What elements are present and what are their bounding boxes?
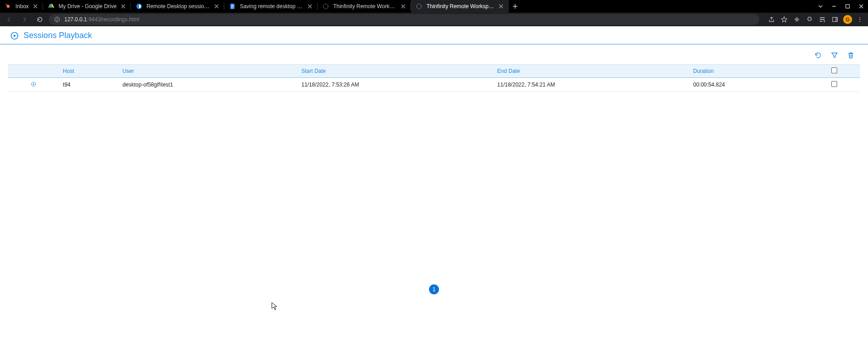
- minimize-button[interactable]: [827, 0, 841, 13]
- svg-marker-22: [14, 34, 16, 37]
- extension-diamond-icon[interactable]: [791, 14, 803, 25]
- svg-point-13: [57, 18, 57, 19]
- svg-rect-17: [835, 17, 838, 21]
- table-header-row: Host User Start Date End Date Duration: [8, 65, 860, 78]
- close-icon[interactable]: [400, 3, 406, 10]
- sessions-table: Host User Start Date End Date Duration t…: [8, 64, 860, 92]
- new-tab-button[interactable]: [509, 0, 521, 13]
- svg-marker-24: [33, 83, 35, 86]
- page-title: Sessions Playback: [24, 31, 92, 40]
- delete-button[interactable]: [846, 51, 855, 60]
- svg-rect-6: [231, 5, 234, 5]
- tab-drive[interactable]: My Drive - Google Drive: [43, 0, 131, 13]
- svg-point-19: [859, 19, 860, 20]
- extensions-icon[interactable]: [804, 14, 815, 25]
- play-circle-icon: [10, 31, 19, 40]
- close-icon[interactable]: [307, 3, 313, 10]
- chevron-down-icon[interactable]: [814, 0, 827, 13]
- hubspot-icon: [5, 3, 12, 10]
- tab-thinfinity-active[interactable]: Thinfinity Remote Workspace - S: [411, 0, 509, 13]
- tab-docs[interactable]: Saving remote desktop sessions: [224, 0, 318, 13]
- svg-rect-8: [231, 8, 233, 8]
- cell-play[interactable]: [8, 78, 59, 92]
- filter-button[interactable]: [830, 51, 839, 60]
- col-start[interactable]: Start Date: [298, 65, 493, 78]
- tab-title: My Drive - Google Drive: [58, 3, 116, 10]
- google-drive-icon: [48, 3, 55, 10]
- svg-rect-7: [231, 6, 234, 7]
- close-window-button[interactable]: [854, 0, 868, 13]
- refresh-button[interactable]: [814, 51, 823, 60]
- tab-title: Inbox: [15, 3, 29, 10]
- col-play[interactable]: [8, 65, 59, 78]
- window-controls: [814, 0, 868, 13]
- cell-user: desktop-of58glf\test1: [119, 78, 298, 92]
- tab-title: Saving remote desktop sessions: [240, 3, 303, 10]
- thinfinity-icon: [135, 3, 143, 10]
- address-bar[interactable]: 127.0.0.1:9443/recordings.html: [49, 14, 759, 25]
- col-select-all[interactable]: [809, 65, 860, 78]
- menu-kebab-icon[interactable]: [854, 14, 865, 25]
- toolbar: 127.0.0.1:9443/recordings.html G: [0, 13, 868, 26]
- profile-avatar[interactable]: G: [842, 14, 854, 25]
- close-icon[interactable]: [120, 3, 126, 10]
- google-docs-icon: [229, 3, 236, 10]
- cell-end: 11/18/2022, 7:54:21 AM: [494, 78, 690, 92]
- browser-chrome: Inbox My Drive - Google Drive Remote Des…: [0, 0, 868, 26]
- info-icon[interactable]: [53, 16, 61, 23]
- url-text: 127.0.0.1:9443/recordings.html: [64, 16, 139, 23]
- maximize-button[interactable]: [841, 0, 854, 13]
- url-host: 127.0.0.1: [64, 16, 87, 23]
- reading-list-icon[interactable]: [816, 14, 828, 25]
- svg-rect-15: [794, 17, 799, 22]
- svg-point-10: [417, 4, 422, 9]
- tab-title: Thinfinity Remote Workspace - S: [426, 3, 494, 10]
- svg-rect-14: [57, 19, 57, 21]
- svg-point-9: [323, 4, 328, 9]
- cell-duration: 00:00:54.824: [690, 78, 809, 92]
- page: Sessions Playback Host User Start Date E…: [0, 26, 868, 346]
- select-all-checkbox[interactable]: [831, 67, 837, 73]
- col-host[interactable]: Host: [59, 65, 119, 78]
- url-path: :9443/recordings.html: [87, 16, 139, 23]
- tab-thinfinity[interactable]: Thinfinity Remote Workspace: [318, 0, 411, 13]
- tab-rdp-recording[interactable]: Remote Desktop session recordin: [131, 0, 224, 13]
- close-icon[interactable]: [213, 3, 220, 10]
- col-user[interactable]: User: [119, 65, 298, 78]
- side-panel-icon[interactable]: [829, 14, 841, 25]
- col-end[interactable]: End Date: [494, 65, 690, 78]
- reload-button[interactable]: [34, 13, 46, 26]
- table-row[interactable]: t94 desktop-of58glf\test1 11/18/2022, 7:…: [8, 78, 860, 92]
- tab-title: Thinfinity Remote Workspace: [333, 3, 396, 10]
- back-button[interactable]: [3, 13, 15, 26]
- page-header: Sessions Playback: [0, 26, 868, 44]
- svg-point-20: [859, 21, 860, 22]
- tab-title: Remote Desktop session recordin: [146, 3, 210, 10]
- mouse-cursor-icon: [271, 302, 278, 312]
- play-icon[interactable]: [30, 81, 37, 88]
- action-bar: [0, 44, 868, 64]
- svg-point-18: [859, 17, 860, 18]
- svg-rect-11: [846, 5, 849, 8]
- forward-button[interactable]: [18, 13, 31, 26]
- close-icon[interactable]: [32, 3, 39, 10]
- tab-strip: Inbox My Drive - Google Drive Remote Des…: [0, 0, 868, 13]
- toolbar-right: G: [766, 14, 865, 25]
- cell-start: 11/18/2022, 7:53:26 AM: [298, 78, 493, 92]
- cell-host: t94: [59, 78, 119, 92]
- sessions-table-wrap: Host User Start Date End Date Duration t…: [0, 64, 868, 92]
- page-1[interactable]: 1: [429, 284, 439, 294]
- pager: 1: [0, 284, 868, 294]
- bookmark-icon[interactable]: [778, 14, 790, 25]
- cell-select[interactable]: [809, 78, 860, 92]
- col-duration[interactable]: Duration: [690, 65, 809, 78]
- row-checkbox[interactable]: [831, 81, 837, 87]
- share-icon[interactable]: [766, 14, 777, 25]
- close-icon[interactable]: [498, 3, 504, 10]
- tab-inbox[interactable]: Inbox: [0, 0, 43, 13]
- avatar-letter: G: [843, 15, 852, 24]
- thinfinity-icon: [415, 3, 423, 10]
- thinfinity-icon: [322, 3, 329, 10]
